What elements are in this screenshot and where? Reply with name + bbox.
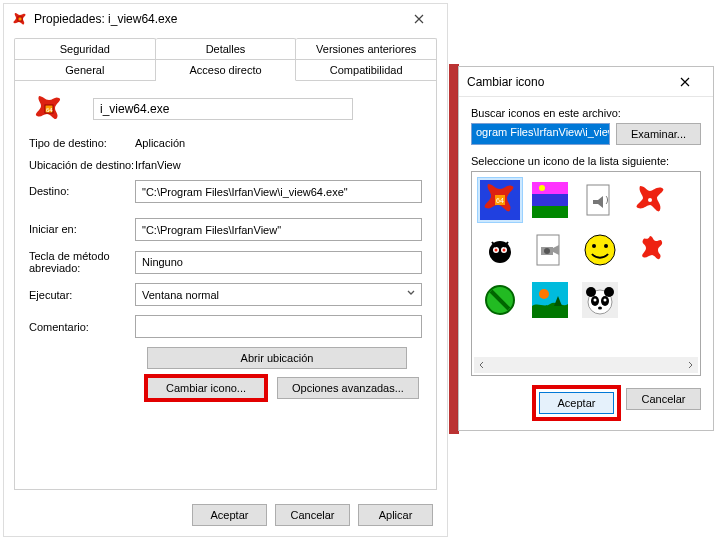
hotkey-input[interactable] [135,251,422,274]
value-target-type: Aplicación [135,137,185,149]
svg-point-23 [592,244,596,248]
tab-general[interactable]: General [14,59,156,81]
label-hotkey: Tecla de método abreviado: [29,250,135,274]
scroll-right-icon[interactable] [682,357,698,373]
icon-item-irfanview-main[interactable]: 64 [478,178,522,222]
label-select-icon: Seleccione un icono de la lista siguient… [471,155,701,167]
browse-button[interactable]: Examinar... [616,123,701,145]
tab-detalles[interactable]: Detalles [156,38,297,59]
svg-point-36 [598,307,602,310]
change-icon-title: Cambiar icono [467,75,665,89]
svg-point-22 [585,235,615,265]
svg-point-10 [539,185,545,191]
scroll-left-icon[interactable] [474,357,490,373]
svg-text:64: 64 [46,107,53,113]
icon-path-input[interactable]: ogram Files\IrfanView\i_view64.exe [471,123,610,145]
label-target-type: Tipo de destino: [29,137,135,150]
svg-rect-1 [18,17,22,21]
icon-item-camera-doc[interactable] [528,228,572,272]
label-target: Destino: [29,185,135,198]
properties-ok-button[interactable]: Aceptar [192,504,267,526]
label-comment: Comentario: [29,321,135,334]
value-target-loc: IrfanView [135,159,181,171]
icon-item-red-splat[interactable] [628,178,672,222]
svg-point-35 [604,299,607,302]
properties-tabs: Seguridad Detalles Versiones anteriores … [4,34,447,490]
svg-point-17 [495,249,498,252]
change-icon-titlebar: Cambiar icono [459,67,713,97]
svg-text:64: 64 [496,197,504,204]
properties-titlebar: Propiedades: i_view64.exe [4,4,447,34]
properties-apply-button[interactable]: Aplicar [358,504,433,526]
chevron-down-icon [405,287,417,299]
open-location-button[interactable]: Abrir ubicación [147,347,407,369]
run-value: Ventana normal [142,289,219,301]
icon-item-audio-doc[interactable] [578,178,622,222]
svg-point-18 [503,249,506,252]
tab-compatibilidad[interactable]: Compatibilidad [296,59,437,81]
properties-cancel-button[interactable]: Cancelar [275,504,350,526]
start-in-input[interactable] [135,218,422,241]
icon-item-no-entry[interactable] [478,278,522,322]
accept-highlight: Aceptar [535,388,618,418]
svg-rect-9 [532,206,568,218]
properties-title: Propiedades: i_view64.exe [34,12,399,26]
svg-point-31 [604,287,614,297]
svg-point-12 [648,198,652,202]
label-search-icons: Buscar iconos en este archivo: [471,107,701,119]
svg-rect-8 [532,194,568,206]
properties-window: Propiedades: i_view64.exe Seguridad Deta… [3,3,448,537]
icon-item-sunset[interactable] [528,278,572,322]
properties-close-button[interactable] [399,5,439,33]
icon-item-panda[interactable] [578,278,622,322]
tab-acceso-directo[interactable]: Acceso directo [156,59,297,81]
target-input[interactable] [135,180,422,203]
icon-item-rainbow[interactable] [528,178,572,222]
svg-point-34 [594,299,597,302]
change-icon-ok-button[interactable]: Aceptar [539,392,614,414]
svg-point-21 [544,248,550,254]
shortcut-tab-content: 64 Tipo de destino: Aplicación Ubicación… [14,80,437,490]
properties-footer: Aceptar Cancelar Aplicar [192,504,433,526]
change-icon-window: Cambiar icono Buscar iconos en este arch… [458,66,714,431]
svg-point-27 [539,289,549,299]
svg-point-30 [586,287,596,297]
svg-rect-7 [532,182,568,194]
change-icon-close-button[interactable] [665,68,705,96]
change-icon-cancel-button[interactable]: Cancelar [626,388,701,410]
tab-versiones-anteriores[interactable]: Versiones anteriores [296,38,437,59]
tab-seguridad[interactable]: Seguridad [14,38,156,59]
svg-point-24 [604,244,608,248]
comment-input[interactable] [135,315,422,338]
irfanview-large-icon: 64 [33,93,65,125]
filename-input[interactable] [93,98,353,120]
icon-list-scrollbar[interactable] [474,357,698,373]
run-combobox[interactable]: Ventana normal [135,283,422,306]
irfanview-app-icon [12,11,28,27]
label-target-loc: Ubicación de destino: [29,159,135,172]
icon-item-red-blob[interactable] [628,228,672,272]
icon-list[interactable]: 64 [471,171,701,376]
change-icon-button[interactable]: Cambiar icono... [147,377,265,399]
icon-item-smiley[interactable] [578,228,622,272]
label-start-in: Iniciar en: [29,223,135,236]
label-run: Ejecutar: [29,289,135,302]
svg-point-14 [489,241,511,263]
icon-item-bw-cat[interactable] [478,228,522,272]
advanced-button[interactable]: Opciones avanzadas... [277,377,419,399]
